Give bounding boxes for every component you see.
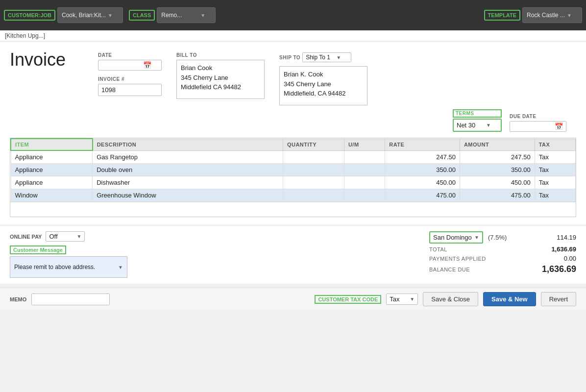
class-dropdown[interactable]: Remo... ▼ bbox=[157, 7, 216, 23]
online-pay-dropdown-arrow: ▼ bbox=[77, 234, 82, 239]
customer-job-label: CUSTOMER:JOB bbox=[4, 10, 55, 21]
class-dropdown-arrow: ▼ bbox=[200, 13, 205, 18]
ship-to-label: SHIP TO bbox=[279, 55, 300, 60]
cell-quantity bbox=[283, 176, 344, 189]
date-input[interactable]: 12/15/2017 bbox=[101, 62, 143, 69]
online-pay-dropdown[interactable]: Off ▼ bbox=[46, 231, 85, 242]
date-calendar-icon[interactable]: 📅 bbox=[143, 61, 151, 69]
balance-due-label: BALANCE DUE bbox=[429, 267, 470, 272]
invoice-num-field[interactable]: 1098 bbox=[98, 84, 162, 96]
top-bar: CUSTOMER:JOB Cook, Brian:Kit... ▼ CLASS … bbox=[0, 0, 586, 30]
cell-amount: 450.00 bbox=[460, 176, 535, 189]
cell-quantity bbox=[283, 150, 344, 164]
breadcrumb: [Kitchen Upg...] bbox=[0, 30, 586, 42]
tax-dropdown-arrow: ▼ bbox=[474, 235, 479, 240]
bill-to-label: BILL TO bbox=[176, 52, 265, 58]
customer-message-label: Customer Message bbox=[10, 245, 66, 254]
bill-to-box: Brian Cook 345 Cherry Lane Middlefield C… bbox=[176, 60, 265, 99]
template-dropdown[interactable]: Rock Castle ... ▼ bbox=[522, 7, 582, 23]
th-rate: RATE bbox=[385, 139, 460, 150]
footer-bar: MEMO CUSTOMER TAX CODE Tax ▼ Save & Clos… bbox=[0, 288, 586, 310]
main-content: Invoice DATE 12/15/2017 📅 INVOICE # 1098… bbox=[0, 42, 586, 225]
cell-item: Appliance bbox=[11, 164, 93, 176]
tax-row: San Domingo ▼ (7.5%) 114.19 bbox=[429, 231, 576, 244]
cell-description: Dishwasher bbox=[93, 176, 283, 189]
tax-code-dropdown[interactable]: Tax ▼ bbox=[386, 294, 418, 305]
ship-to-dropdown[interactable]: Ship To 1 ▼ bbox=[302, 52, 351, 62]
customer-message-dropdown[interactable]: Please remit to above address. ▼ bbox=[10, 256, 127, 278]
customer-message-dropdown-arrow: ▼ bbox=[118, 265, 123, 270]
cell-item: Window bbox=[11, 189, 93, 202]
customer-job-dropdown[interactable]: Cook, Brian:Kit... ▼ bbox=[57, 7, 123, 23]
cell-description: Gas Rangetop bbox=[93, 150, 283, 164]
ship-to-dropdown-arrow: ▼ bbox=[336, 55, 341, 60]
total-label: Total bbox=[429, 246, 447, 252]
terms-dropdown[interactable]: Net 30 ▼ bbox=[453, 119, 502, 132]
balance-due-row: BALANCE DUE 1,636.69 bbox=[429, 264, 576, 274]
total-row: Total 1,636.69 bbox=[429, 245, 576, 253]
invoice-num-label: INVOICE # bbox=[98, 76, 162, 82]
cell-quantity bbox=[283, 164, 344, 176]
online-pay-label: ONLINE PAY bbox=[10, 234, 42, 240]
template-dropdown-arrow: ▼ bbox=[567, 13, 572, 18]
tax-amount: 114.19 bbox=[557, 234, 576, 241]
revert-button[interactable]: Revert bbox=[541, 292, 576, 306]
cell-item: Appliance bbox=[11, 150, 93, 164]
tax-rate: (7.5%) bbox=[488, 234, 507, 241]
items-table-wrapper: ITEM DESCRIPTION QUANTITY U/M RATE AMOUN… bbox=[10, 138, 576, 217]
cell-um bbox=[344, 164, 385, 176]
class-label: CLASS bbox=[129, 10, 155, 21]
cell-tax: Tax bbox=[535, 189, 575, 202]
save-new-button[interactable]: Save & New bbox=[483, 292, 536, 306]
memo-label: MEMO bbox=[10, 296, 26, 302]
cell-quantity bbox=[283, 189, 344, 202]
th-amount: AMOUNT bbox=[460, 139, 535, 150]
table-row[interactable]: Window Greenhouse Window 475.00 475.00 T… bbox=[11, 189, 576, 202]
total-value: 1,636.69 bbox=[551, 245, 576, 253]
cell-um bbox=[344, 189, 385, 202]
tax-code-dropdown-arrow: ▼ bbox=[410, 296, 415, 302]
cell-tax: Tax bbox=[535, 176, 575, 189]
customer-job-dropdown-arrow: ▼ bbox=[108, 13, 113, 18]
cell-um bbox=[344, 150, 385, 164]
memo-input[interactable] bbox=[31, 294, 110, 305]
table-row[interactable]: Appliance Double oven 350.00 350.00 Tax bbox=[11, 164, 576, 176]
cell-item: Appliance bbox=[11, 176, 93, 189]
payments-applied-value: 0.00 bbox=[564, 255, 576, 262]
invoice-title: Invoice bbox=[10, 49, 83, 70]
table-row[interactable]: Appliance Dishwasher 450.00 450.00 Tax bbox=[11, 176, 576, 189]
due-date-field[interactable]: 01/14/2019 📅 bbox=[510, 121, 566, 132]
cell-amount: 475.00 bbox=[460, 189, 535, 202]
cell-rate: 475.00 bbox=[385, 189, 460, 202]
table-row[interactable]: Appliance Gas Rangetop 247.50 247.50 Tax bbox=[11, 150, 576, 164]
date-field[interactable]: 12/15/2017 📅 bbox=[98, 60, 162, 71]
due-date-label: DUE DATE bbox=[510, 114, 566, 119]
cell-description: Double oven bbox=[93, 164, 283, 176]
cell-rate: 247.50 bbox=[385, 150, 460, 164]
th-um: U/M bbox=[344, 139, 385, 150]
cell-amount: 350.00 bbox=[460, 164, 535, 176]
bottom-section: ONLINE PAY Off ▼ Customer Message Please… bbox=[0, 225, 586, 284]
balance-due-value: 1,636.69 bbox=[542, 264, 576, 274]
terms-dropdown-arrow: ▼ bbox=[486, 122, 491, 128]
due-date-calendar-icon[interactable]: 📅 bbox=[555, 122, 563, 130]
payments-applied-row: PAYMENTS APPLIED 0.00 bbox=[429, 255, 576, 262]
date-label: DATE bbox=[98, 52, 162, 58]
th-description: DESCRIPTION bbox=[93, 139, 283, 150]
terms-due-row: TERMS Net 30 ▼ DUE DATE 01/14/2019 📅 bbox=[10, 109, 576, 132]
template-label: TEMPLATE bbox=[484, 10, 520, 21]
th-item: ITEM bbox=[11, 139, 93, 150]
tax-dropdown[interactable]: San Domingo ▼ bbox=[429, 231, 483, 244]
cell-um bbox=[344, 176, 385, 189]
th-quantity: QUANTITY bbox=[283, 139, 344, 150]
cell-rate: 450.00 bbox=[385, 176, 460, 189]
th-tax: TAX bbox=[535, 139, 575, 150]
save-close-button[interactable]: Save & Close bbox=[423, 292, 478, 306]
due-date-input[interactable]: 01/14/2019 bbox=[513, 123, 555, 130]
cell-tax: Tax bbox=[535, 164, 575, 176]
tax-code-label: CUSTOMER TAX CODE bbox=[315, 295, 381, 304]
terms-label: TERMS bbox=[453, 109, 502, 118]
items-table: ITEM DESCRIPTION QUANTITY U/M RATE AMOUN… bbox=[10, 138, 576, 202]
cell-amount: 247.50 bbox=[460, 150, 535, 164]
cell-description: Greenhouse Window bbox=[93, 189, 283, 202]
